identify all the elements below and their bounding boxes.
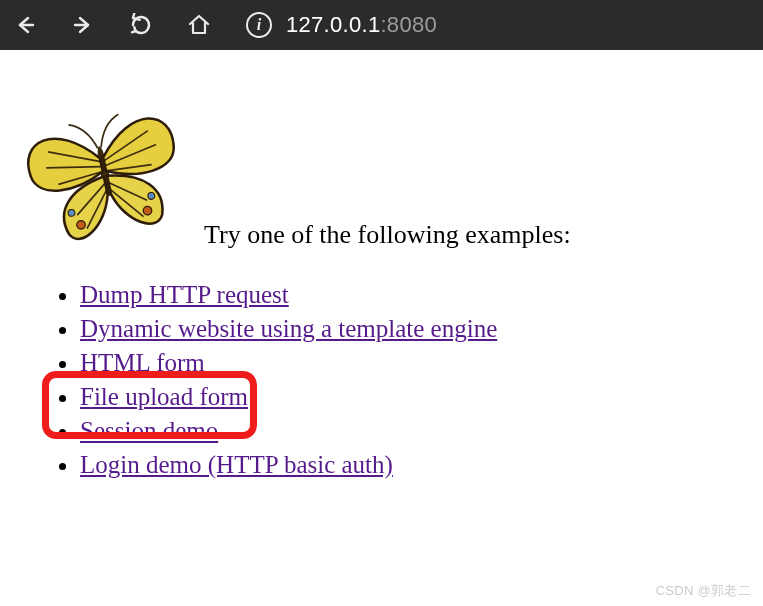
link-html-form[interactable]: HTML form (80, 349, 205, 376)
link-login-demo[interactable]: Login demo (HTTP basic auth) (80, 451, 393, 478)
link-session-demo[interactable]: Session demo (80, 417, 218, 444)
list-item: Dump HTTP request (80, 278, 739, 312)
link-dynamic-template[interactable]: Dynamic website using a template engine (80, 315, 497, 342)
page-content: Try one of the following examples: Dump … (0, 50, 763, 492)
list-item: Dynamic website using a template engine (80, 312, 739, 346)
list-item: Session demo (80, 414, 739, 448)
butterfly-image (14, 76, 194, 246)
link-dump-http[interactable]: Dump HTTP request (80, 281, 289, 308)
address-bar[interactable]: i 127.0.0.1:8080 (246, 12, 437, 38)
address-host: 127.0.0.1 (286, 12, 380, 37)
address-port: :8080 (380, 12, 437, 37)
list-item: File upload form (80, 380, 739, 414)
browser-toolbar: i 127.0.0.1:8080 (0, 0, 763, 50)
list-item: HTML form (80, 346, 739, 380)
page-heading: Try one of the following examples: (204, 220, 739, 250)
address-text: 127.0.0.1:8080 (286, 12, 437, 38)
home-button[interactable] (184, 10, 214, 40)
home-icon (187, 13, 211, 37)
list-item: Login demo (HTTP basic auth) (80, 448, 739, 482)
info-icon[interactable]: i (246, 12, 272, 38)
arrow-left-icon (13, 13, 37, 37)
examples-list: Dump HTTP request Dynamic website using … (24, 278, 739, 482)
watermark: CSDN @郭老二 (656, 582, 751, 600)
reload-icon (129, 13, 153, 37)
back-button[interactable] (10, 10, 40, 40)
link-file-upload[interactable]: File upload form (80, 383, 248, 410)
arrow-right-icon (71, 13, 95, 37)
reload-button[interactable] (126, 10, 156, 40)
forward-button[interactable] (68, 10, 98, 40)
